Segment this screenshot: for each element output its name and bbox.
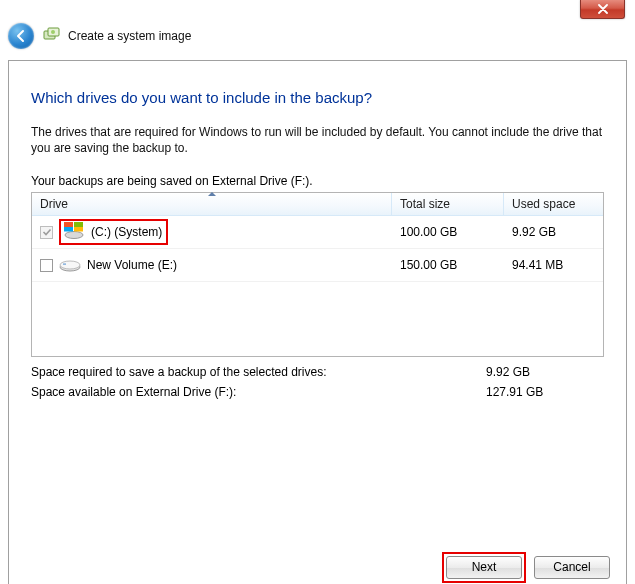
drive-total-size: 100.00 GB [392,225,504,239]
page-description: The drives that are required for Windows… [31,124,604,156]
summary-available-value: 127.91 GB [486,385,604,399]
summary-available-label: Space available on External Drive (F:): [31,385,486,399]
column-header-drive[interactable]: Drive [32,193,392,215]
drive-checkbox[interactable] [40,259,53,272]
window-title: Create a system image [68,29,191,43]
column-header-used[interactable]: Used space [504,193,603,215]
back-arrow-icon [14,29,28,43]
summary: Space required to save a backup of the s… [31,365,604,399]
summary-required-label: Space required to save a backup of the s… [31,365,486,379]
table-row[interactable]: New Volume (E:)150.00 GB94.41 MB [32,249,603,282]
close-button[interactable] [580,0,625,19]
drive-checkbox [40,226,53,239]
column-header-total-label: Total size [400,197,450,211]
next-button[interactable]: Next [446,556,522,579]
page-heading: Which drives do you want to include in t… [31,89,604,106]
next-button-highlight: Next [442,552,526,583]
sort-caret-icon [208,192,216,196]
system-image-icon [42,27,60,45]
table-row[interactable]: (C:) (System)100.00 GB9.92 GB [32,216,603,249]
wizard-panel: Which drives do you want to include in t… [8,60,627,584]
drive-used-space: 94.41 MB [504,258,603,272]
column-header-used-label: Used space [512,197,575,211]
drive-name: New Volume (E:) [87,258,177,272]
table-header: Drive Total size Used space [32,193,603,216]
windows-drive-icon [63,222,85,243]
summary-required-row: Space required to save a backup of the s… [31,365,604,379]
svg-rect-8 [63,263,66,264]
summary-required-value: 9.92 GB [486,365,604,379]
saving-location-text: Your backups are being saved on External… [31,174,604,188]
svg-point-3 [65,231,83,238]
summary-available-row: Space available on External Drive (F:): … [31,385,604,399]
svg-point-7 [60,261,80,269]
drive-total-size: 150.00 GB [392,258,504,272]
back-button[interactable] [8,23,34,49]
drive-table: Drive Total size Used space (C:) (System… [31,192,604,357]
harddrive-icon [59,255,81,276]
drive-used-space: 9.92 GB [504,225,603,239]
footer: Next Cancel [9,549,626,584]
toolbar: Create a system image [0,20,635,52]
drive-highlight: (C:) (System) [59,219,168,245]
svg-point-2 [51,30,55,34]
close-icon [598,4,608,14]
titlebar [0,0,635,20]
checkmark-icon [42,227,52,237]
column-header-drive-label: Drive [40,197,68,211]
column-header-total[interactable]: Total size [392,193,504,215]
cancel-button[interactable]: Cancel [534,556,610,579]
drive-name: (C:) (System) [91,225,162,239]
